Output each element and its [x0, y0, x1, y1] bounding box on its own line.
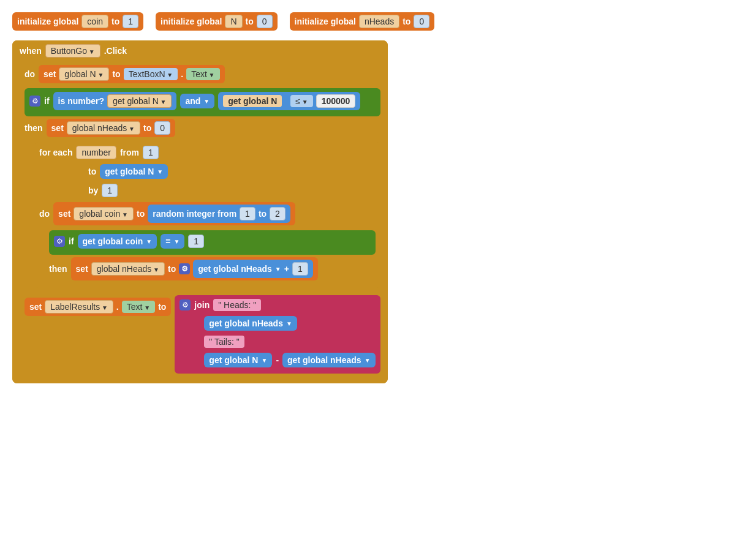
init-n-label: initialize global — [161, 17, 222, 26]
by-value: 1 — [102, 184, 118, 197]
init-n-block: initialize global N to 0 — [156, 12, 278, 31]
add-nheads-block: get global nHeads ▼ + 1 — [193, 260, 312, 278]
init-nheads-to: to — [403, 17, 410, 26]
get-global-coin: get global coin — [83, 236, 143, 246]
global-coin-dropdown[interactable]: global coin — [74, 207, 134, 220]
nheads-value: 0 — [414, 15, 429, 28]
gear-icon-math: ⚙ — [179, 263, 190, 274]
set-nheads-0: set global nHeads to 0 — [47, 119, 175, 137]
if-label: if — [44, 96, 50, 106]
get-nheads-sub-arrow[interactable]: ▼ — [365, 357, 371, 364]
get-nheads-arrow[interactable]: ▼ — [286, 320, 292, 327]
eq-label: = — [165, 236, 170, 246]
by-row: by 1 — [88, 184, 376, 197]
init-coin-label: initialize global — [17, 17, 78, 26]
if-row: ⚙ if is number? get global N and get glo… — [29, 92, 376, 110]
text-prop-lr[interactable]: Text — [122, 301, 155, 313]
button-go-dropdown[interactable]: ButtonGo — [45, 44, 100, 58]
from-value: 1 — [143, 146, 159, 159]
global-n-dropdown[interactable]: global N — [59, 67, 109, 81]
by-label: by — [88, 186, 98, 195]
init-nheads-block: initialize global nHeads to 0 — [290, 12, 435, 31]
inner-if-block: ⚙ if get global coin ▼ = 1 — [49, 230, 376, 255]
n-var[interactable]: N — [225, 15, 242, 28]
global-nheads-dropdown[interactable]: global nHeads — [67, 121, 140, 135]
do-row: do set global N to TextBoxN . Text — [25, 65, 380, 83]
get-n-lte: get global N — [223, 95, 282, 107]
when-header: when ButtonGo .Click — [12, 40, 388, 61]
n-value: 0 — [257, 15, 273, 28]
add-val: 1 — [292, 262, 308, 276]
do-body: do set global N to TextBoxN . Text ⚙ if … — [12, 61, 388, 383]
eq-op[interactable]: = — [161, 234, 184, 249]
set-nheads-inner: set global nHeads to ⚙ get global nHeads… — [71, 257, 318, 280]
get-n-sub: get global N ▼ — [204, 353, 272, 367]
then-label: then — [25, 123, 43, 133]
set-n-dot: . — [181, 69, 183, 79]
plus-arrow[interactable]: ▼ — [275, 266, 281, 273]
get-nheads-join: get global nHeads ▼ — [204, 316, 297, 331]
lr-dot: . — [116, 302, 119, 312]
number-var: number — [76, 146, 116, 159]
tails-string: " Tails: " — [204, 336, 244, 348]
nheads-var[interactable]: nHeads — [359, 15, 399, 28]
gear-icon-inner-if: ⚙ — [54, 236, 65, 247]
eq-value: 1 — [188, 235, 204, 248]
when-label: when — [20, 46, 42, 56]
set-coin-to: to — [137, 209, 145, 219]
and-block[interactable]: and — [180, 94, 214, 108]
init-coin-to: to — [112, 17, 119, 26]
lte-value: 100000 — [316, 94, 356, 108]
label-results-dropdown[interactable]: LabelResults — [45, 300, 113, 314]
do-for-label: do — [39, 209, 50, 219]
from-label: from — [120, 148, 139, 157]
set-nheads-inner-prefix: set — [76, 264, 88, 274]
set-label-results-row: set LabelResults . Text to ⚙ join " Head… — [25, 295, 380, 374]
gear-icon-join: ⚙ — [180, 299, 191, 310]
set-n-block: set global N to TextBoxN . Text — [39, 65, 224, 83]
plus-label: + — [284, 264, 289, 274]
lte-op[interactable]: ≤ — [290, 95, 312, 107]
set-n-prefix: set — [43, 69, 56, 79]
get-coin-arrow[interactable]: ▼ — [146, 238, 152, 245]
get-n-sub-label: get global N — [209, 355, 258, 365]
random-to-label: to — [259, 209, 266, 219]
get-n-sub-arrow[interactable]: ▼ — [261, 357, 267, 364]
get-nheads-math: get global nHeads — [198, 264, 272, 274]
inner-then-label: then — [49, 264, 67, 274]
then-row: then set global nHeads to 0 — [25, 119, 380, 137]
lr-to: to — [158, 302, 166, 312]
text-prop-dropdown[interactable]: Text — [186, 68, 219, 80]
global-nheads-inner[interactable]: global nHeads — [91, 262, 165, 276]
coin-value: 1 — [123, 15, 138, 28]
set-nheads-inner-to: to — [168, 264, 176, 274]
is-number-block: is number? get global N — [53, 92, 177, 110]
lte-block: get global N ≤ 100000 — [218, 92, 360, 110]
to-row: to get global N ▼ — [88, 164, 376, 179]
get-n-is-number[interactable]: get global N — [107, 94, 172, 108]
random-label: random integer from — [153, 209, 236, 219]
when-block: when ButtonGo .Click do set global N to … — [12, 40, 388, 383]
textboxn-dropdown[interactable]: TextBoxN — [124, 68, 178, 80]
get-n-arrow[interactable]: ▼ — [157, 168, 163, 175]
join-label: join — [194, 300, 210, 310]
random-int-block: random integer from 1 to 2 — [148, 205, 290, 223]
get-nheads-join-label: get global nHeads — [209, 318, 283, 328]
get-nheads-sub: get global nHeads ▼ — [282, 353, 375, 367]
inner-then-row: then set global nHeads to ⚙ get global n… — [49, 257, 376, 280]
to-label: to — [88, 167, 96, 176]
for-each-label: for each — [39, 148, 72, 157]
minus-label: - — [276, 355, 279, 365]
join-header-row: ⚙ join " Heads: " — [180, 299, 375, 311]
for-each-row: for each number from 1 — [39, 146, 376, 159]
click-suffix: .Click — [104, 46, 127, 56]
get-nheads-sub-label: get global nHeads — [287, 355, 361, 365]
set-n-to: to — [112, 69, 120, 79]
coin-var[interactable]: coin — [81, 15, 108, 28]
set-nheads-to: to — [143, 123, 151, 133]
get-global-n: get global N — [105, 167, 154, 176]
set-coin-block: set global coin to random integer from 1… — [53, 202, 295, 225]
init-nheads-label: initialize global — [295, 17, 356, 26]
nheads-init-value: 0 — [154, 121, 170, 135]
gear-icon-if: ⚙ — [29, 96, 40, 107]
